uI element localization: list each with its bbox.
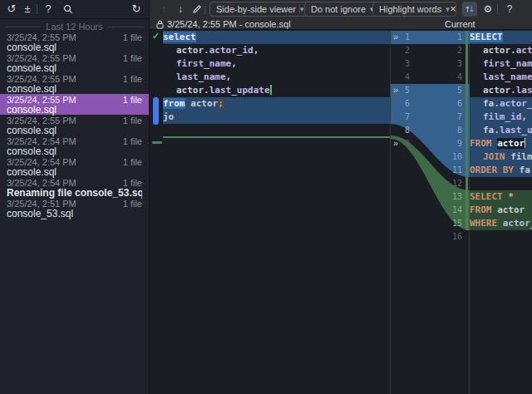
line-number: 3 <box>391 57 410 71</box>
revision-date: 3/25/24, 2:55 PM <box>7 53 76 63</box>
diff-divider: »1234»5678»912345678910111213141516 <box>391 30 470 394</box>
text-caret <box>270 85 272 95</box>
revision-date: 3/25/24, 2:54 PM <box>7 157 76 167</box>
gear-icon[interactable]: ⚙ <box>480 2 495 16</box>
code-token: FROM <box>470 138 497 149</box>
code-line: select <box>163 31 391 44</box>
local-history-window: ↺ ± ? ↻ Last 12 Hours 3/25/24, 2:55 PM1 … <box>0 0 532 394</box>
revert-icon[interactable]: ↺ <box>5 2 18 16</box>
revision-date: 3/25/24, 2:54 PM <box>7 136 76 146</box>
code-token: actor. <box>176 45 209 56</box>
code-token: film_actor <box>510 151 532 162</box>
next-change-icon[interactable]: ↓ <box>173 2 188 16</box>
header-rule <box>108 27 144 27</box>
revision-file-count: 1 file <box>123 95 142 105</box>
code-line <box>470 230 532 244</box>
code-line: ORDER BY fa.film_id <box>470 164 532 177</box>
ignore-policy-select[interactable]: Do not ignore ▾ <box>304 2 381 17</box>
revision-file-count: 1 file <box>123 32 142 42</box>
right-editor-pane[interactable]: SELECTactor.actor_id,first_name,last_nam… <box>470 30 532 394</box>
revision-item[interactable]: 3/25/24, 2:55 PM1 fileconsole.sql <box>0 32 149 52</box>
left-title-text: 3/25/24, 2:55 PM - console.sql <box>167 19 291 29</box>
show-diff-icon[interactable]: ± <box>21 2 34 16</box>
line-number: 3 <box>442 57 462 71</box>
code-token: SELECT <box>470 32 503 42</box>
lock-icon <box>156 20 164 29</box>
code-line: fa.actor_id, <box>470 97 532 111</box>
line-number: 9 <box>391 137 410 150</box>
line-number: 10 <box>442 150 462 164</box>
revision-file-count: 1 file <box>123 53 142 63</box>
toolbar-separator <box>204 4 205 14</box>
revision-item[interactable]: 3/25/24, 2:54 PM1 fileconsole.sql <box>0 135 149 156</box>
code-token: actor_id <box>503 218 532 229</box>
revision-date: 3/25/24, 2:51 PM <box>7 199 76 209</box>
code-token: jo <box>163 111 174 122</box>
code-token: ; <box>218 98 224 109</box>
revision-item[interactable]: 3/25/24, 2:55 PM1 fileconsole.sql <box>0 94 149 115</box>
code-token: from <box>163 98 185 109</box>
revision-list: 3/25/24, 2:55 PM1 fileconsole.sql3/25/24… <box>0 32 149 394</box>
refresh-icon[interactable]: ↻ <box>130 2 143 16</box>
code-line: jo <box>163 111 391 124</box>
left-pane-title: 3/25/24, 2:55 PM - console.sql <box>156 19 291 29</box>
highlight-mode-select[interactable]: Highlight words ▾ <box>372 2 456 17</box>
line-number: 1 <box>391 31 410 44</box>
revision-item[interactable]: 3/25/24, 2:54 PM1 fileRenaming file cons… <box>0 177 149 198</box>
revision-date: 3/25/24, 2:55 PM <box>7 74 76 84</box>
line-number: 2 <box>391 44 410 57</box>
revision-file-count: 1 file <box>123 199 142 209</box>
viewer-mode-label: Side-by-side viewer <box>216 4 296 14</box>
toolbar-separator <box>299 4 300 14</box>
code-token: last_update <box>209 85 270 96</box>
revision-item[interactable]: 3/25/24, 2:55 PM1 fileconsole.sql <box>0 52 149 73</box>
left-editor-pane[interactable]: ✓ selectactor.actor_id,first_name,last_n… <box>150 30 391 394</box>
line-number: 8 <box>442 124 462 137</box>
code-line: JOIN film_actor <box>470 150 532 164</box>
right-code-lines: SELECTactor.actor_id,first_name,last_nam… <box>470 30 532 394</box>
added-range-edge <box>466 31 468 230</box>
code-token: SELECT <box>470 191 508 202</box>
inserted-range-marker <box>152 141 162 144</box>
revision-meta: 3/25/24, 2:54 PM1 file <box>7 178 142 188</box>
right-pane-title: Current <box>445 19 475 29</box>
viewer-mode-select[interactable]: Side-by-side viewer ▾ <box>209 2 311 17</box>
header-rule <box>5 27 41 27</box>
line-number: 14 <box>442 204 462 217</box>
help-icon[interactable]: ? <box>42 2 55 16</box>
code-token: actor_id <box>500 98 532 109</box>
code-token: FROM <box>470 204 497 215</box>
code-line: from actor; <box>163 97 391 111</box>
applied-check-icon[interactable]: ✓ <box>152 31 160 42</box>
code-line: last_name, <box>163 71 391 84</box>
revision-item[interactable]: 3/25/24, 2:51 PM1 fileconsole_53.sql <box>0 198 149 219</box>
help-icon[interactable]: ? <box>502 2 517 16</box>
revision-meta: 3/25/24, 2:54 PM1 file <box>7 136 142 146</box>
collapse-unchanged-icon[interactable]: × <box>446 2 461 16</box>
code-line <box>163 124 391 137</box>
sync-scrolling-toggle[interactable] <box>462 2 477 17</box>
code-token: actor <box>497 204 525 215</box>
code-token: select <box>163 32 196 42</box>
code-token: WHERE <box>470 218 503 229</box>
diff-toolbar: ↑ ↓ Side-by-side viewer ▾ Do not ignore … <box>150 0 532 18</box>
left-code-lines: selectactor.actor_id,first_name,last_nam… <box>163 30 391 394</box>
revision-meta: 3/25/24, 2:55 PM1 file <box>7 95 142 105</box>
revision-item[interactable]: 3/25/24, 2:54 PM1 fileconsole.sql <box>0 156 149 177</box>
code-token: actor. <box>483 85 516 96</box>
changed-range-marker <box>153 97 159 125</box>
revision-label: Renaming file console_53.sql to con... <box>7 188 142 199</box>
revision-date: 3/25/24, 2:55 PM <box>7 95 76 105</box>
revision-item[interactable]: 3/25/24, 2:55 PM1 fileconsole.sql <box>0 115 149 135</box>
code-token: last_name <box>483 71 532 82</box>
search-icon[interactable] <box>62 2 75 16</box>
revision-file-count: 1 file <box>123 74 142 84</box>
code-line: SELECT <box>470 31 532 44</box>
revision-item[interactable]: 3/25/24, 2:55 PM1 fileconsole.sql <box>0 73 149 94</box>
prev-change-icon[interactable]: ↑ <box>156 2 171 16</box>
code-token: actor. <box>483 45 516 56</box>
code-token: actor_id <box>209 45 254 56</box>
diff-viewer: ↑ ↓ Side-by-side viewer ▾ Do not ignore … <box>150 0 532 394</box>
code-line: WHERE actor_id <box>470 217 532 230</box>
edit-icon[interactable] <box>190 2 204 16</box>
